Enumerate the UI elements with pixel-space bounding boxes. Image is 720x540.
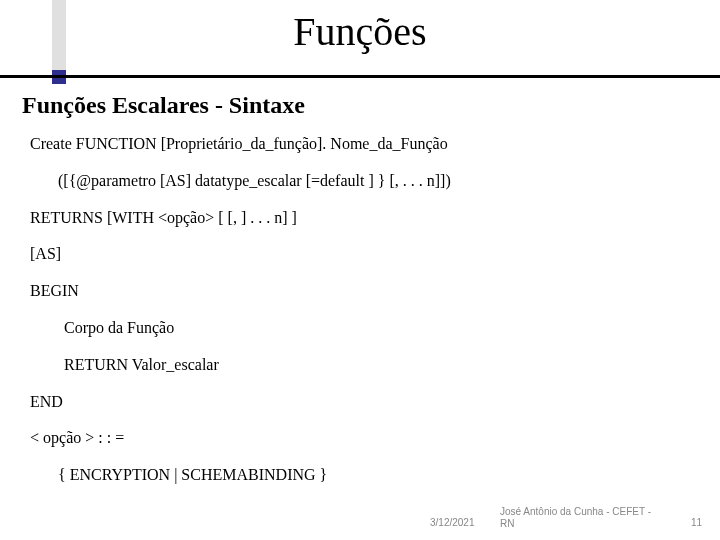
footer-author: José Antônio da Cunha - CEFET - RN [500,506,660,530]
syntax-body: Create FUNCTION [Proprietário_da_função]… [30,132,690,500]
syntax-line: END [30,390,690,415]
syntax-line: Corpo da Função [30,316,690,341]
syntax-line: BEGIN [30,279,690,304]
syntax-line: RETURN Valor_escalar [30,353,690,378]
syntax-line: ([{@parametro [AS] datatype_escalar [=de… [30,169,690,194]
syntax-line: [AS] [30,242,690,267]
footer-date: 3/12/2021 [430,517,475,528]
decoration-horizontal-rule [0,75,720,78]
syntax-line: Create FUNCTION [Proprietário_da_função]… [30,132,690,157]
footer-page-number: 11 [691,517,702,528]
syntax-line: RETURNS [WITH <opção> [ [, ] . . . n] ] [30,206,690,231]
section-heading: Funções Escalares - Sintaxe [22,92,305,119]
syntax-line: { ENCRYPTION | SCHEMABINDING } [30,463,690,488]
slide: Funções Funções Escalares - Sintaxe Crea… [0,0,720,540]
syntax-line: < opção > : : = [30,426,690,451]
slide-title: Funções [0,8,720,55]
